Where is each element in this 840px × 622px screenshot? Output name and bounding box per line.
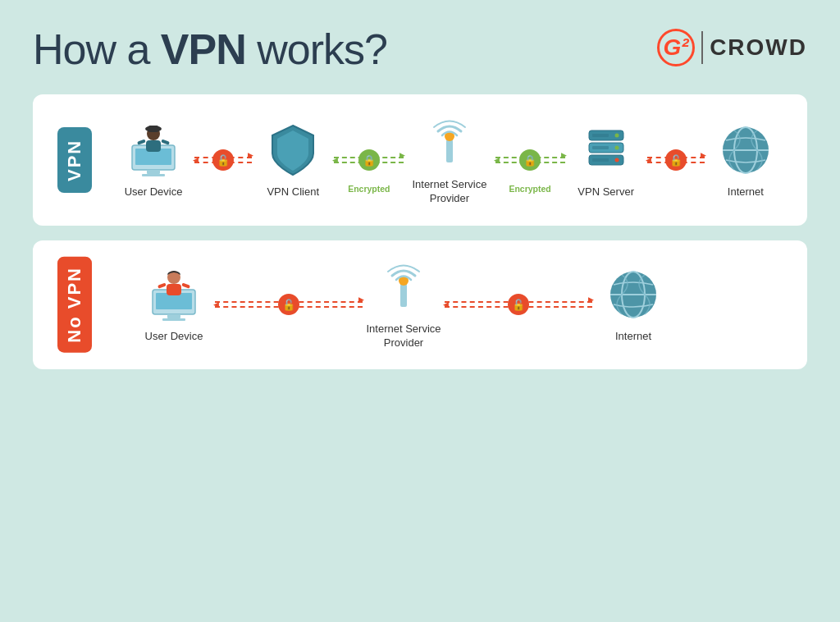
novpn-label: No VPN [57, 257, 92, 353]
page: How a VPN works? G² CROWD VPN [0, 0, 840, 622]
logo-divider [701, 31, 703, 64]
vpn-server-label: VPN Server [578, 185, 634, 199]
vpn-internet-icon [717, 121, 774, 179]
novpn-user-device-label: User Device [145, 330, 203, 344]
svg-rect-32 [400, 284, 407, 307]
vpn-internet-node: Internet [713, 121, 778, 199]
svg-rect-10 [446, 139, 453, 162]
lock-icon-green-2: 🔒 [519, 149, 541, 171]
svg-rect-30 [158, 282, 167, 288]
user-device-icon [125, 121, 182, 179]
header: How a VPN works? G² CROWD [33, 25, 807, 74]
svg-rect-29 [167, 284, 181, 295]
novpn-lock-icon-1: 🔓 [278, 294, 299, 315]
novpn-internet-label: Internet [615, 330, 651, 344]
vpn-internet-label: Internet [728, 185, 764, 199]
svg-rect-3 [142, 174, 165, 176]
svg-point-17 [614, 158, 619, 162]
encrypted-label-2: Encrypted [509, 184, 550, 194]
svg-rect-2 [147, 170, 160, 174]
vpn-connector-3: 🔒 Encrypted [495, 142, 565, 179]
novpn-user-device-node: User Device [133, 266, 215, 344]
svg-rect-26 [167, 314, 180, 318]
vpn-connector-1: 🔓 [194, 148, 252, 172]
svg-rect-9 [161, 139, 170, 144]
vpn-client-label: VPN Client [267, 185, 319, 199]
novpn-internet-node: Internet [592, 266, 674, 344]
svg-rect-5 [146, 140, 161, 152]
svg-rect-27 [162, 318, 185, 321]
novpn-isp-icon [375, 258, 432, 316]
novpn-user-device-icon [145, 266, 203, 323]
vpn-client-icon [264, 121, 322, 179]
svg-point-15 [614, 133, 619, 137]
isp-icon [421, 114, 478, 172]
logo: G² CROWD [657, 29, 807, 66]
novpn-isp-node: Internet ServiceProvider [363, 258, 445, 350]
vpn-user-device-label: User Device [125, 185, 183, 199]
page-title: How a VPN works? [33, 25, 387, 74]
vpn-diagram: User Device 🔓 [116, 114, 783, 206]
encrypted-label-1: Encrypted [348, 184, 390, 194]
svg-rect-19 [592, 146, 609, 149]
svg-rect-20 [592, 158, 609, 162]
svg-rect-31 [181, 282, 190, 288]
novpn-connector-1: 🔓 [215, 292, 363, 317]
svg-point-16 [614, 145, 619, 149]
g2-logo: G² [657, 29, 695, 66]
crowd-logo: CROWD [710, 34, 807, 61]
svg-rect-8 [137, 139, 146, 144]
vpn-client-node: VPN Client [260, 121, 326, 199]
vpn-isp-node: Internet ServiceProvider [412, 114, 486, 206]
lock-icon-red-1: 🔓 [212, 149, 234, 171]
novpn-isp-label: Internet ServiceProvider [366, 322, 441, 350]
novpn-section: No VPN [33, 240, 807, 369]
lock-icon-red-2: 🔓 [665, 149, 687, 171]
novpn-diagram: User Device 🔓 [116, 258, 783, 350]
svg-rect-18 [592, 134, 609, 137]
vpn-server-node: VPN Server [573, 121, 639, 199]
svg-rect-7 [148, 126, 158, 132]
vpn-user-device-node: User Device [121, 121, 186, 199]
vpn-connector-2: 🔒 Encrypted [334, 142, 404, 179]
novpn-internet-icon [605, 266, 662, 323]
novpn-connector-2: 🔓 [445, 292, 592, 317]
vpn-connector-4: 🔓 [647, 148, 705, 172]
novpn-lock-icon-2: 🔓 [508, 294, 529, 315]
vpn-label: VPN [57, 127, 92, 193]
vpn-section: VPN [33, 94, 807, 226]
vpn-isp-label: Internet ServiceProvider [412, 178, 486, 206]
lock-icon-green-1: 🔒 [358, 149, 380, 171]
vpn-server-icon [578, 121, 635, 179]
